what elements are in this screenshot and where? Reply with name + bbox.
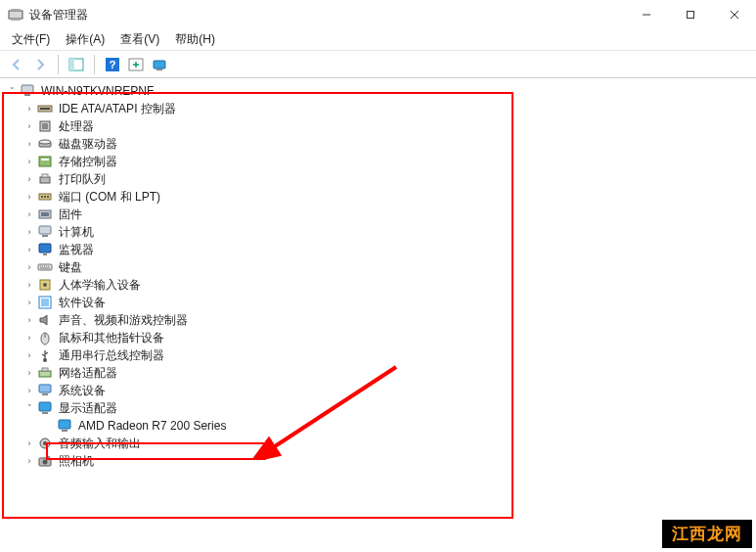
tree-category-printq[interactable]: ›打印队列 <box>6 170 756 188</box>
toolbar-separator <box>94 55 95 74</box>
cpu-icon <box>37 118 53 134</box>
minimize-button[interactable] <box>624 0 668 29</box>
maximize-button[interactable] <box>668 0 712 29</box>
menu-file[interactable]: 文件(F) <box>4 29 58 50</box>
toolbar-back-button[interactable] <box>6 54 27 75</box>
tree-category-storage[interactable]: ›存储控制器 <box>6 153 756 170</box>
svg-rect-1 <box>11 9 21 11</box>
tree-category-ports[interactable]: ›端口 (COM 和 LPT) <box>6 188 756 206</box>
tree-category-mouse[interactable]: ›鼠标和其他指针设备 <box>6 329 756 346</box>
toolbar-scan-button[interactable] <box>149 54 170 75</box>
tree-device-label: AMD Radeon R7 200 Series <box>76 418 228 434</box>
menu-help[interactable]: 帮助(H) <box>167 29 223 50</box>
firmware-icon <box>37 207 53 222</box>
chevron-right-icon[interactable]: › <box>23 173 35 185</box>
chevron-right-icon[interactable]: › <box>23 349 35 361</box>
svg-rect-5 <box>69 59 74 70</box>
tree-category-firmware[interactable]: ›固件 <box>6 206 756 223</box>
camera-icon <box>37 453 53 469</box>
tree-category-label: 磁盘驱动器 <box>57 136 119 152</box>
disk-icon <box>37 136 53 152</box>
tree-category-disk[interactable]: ›磁盘驱动器 <box>6 135 756 153</box>
chevron-right-icon[interactable]: › <box>23 156 35 167</box>
svg-rect-3 <box>687 12 693 19</box>
toolbar-action-button[interactable] <box>125 54 147 75</box>
ports-icon <box>37 189 53 205</box>
tree-category-hid[interactable]: ›人体学输入设备 <box>6 276 756 294</box>
menu-view[interactable]: 查看(V) <box>112 29 167 50</box>
chevron-right-icon[interactable]: › <box>23 120 35 132</box>
chevron-right-icon[interactable]: › <box>23 191 35 203</box>
tree-category-label: 音频输入和输出 <box>57 436 143 451</box>
chevron-right-icon[interactable]: › <box>23 332 35 344</box>
toolbar-help-button[interactable]: ? <box>102 54 123 75</box>
tree-category-ide[interactable]: ›IDE ATA/ATAPI 控制器 <box>6 100 756 117</box>
hid-icon <box>37 277 53 293</box>
watermark: 江西龙网 <box>662 520 752 548</box>
tree-category-label: 人体学输入设备 <box>57 277 143 293</box>
svg-rect-0 <box>9 11 22 19</box>
svg-rect-10 <box>156 69 162 70</box>
chevron-right-icon[interactable]: › <box>23 138 35 150</box>
software-icon <box>37 295 53 310</box>
tree-root[interactable]: ˅WIN-N9TKVNREPNF <box>6 82 756 100</box>
svg-rect-9 <box>154 61 165 69</box>
tree-category-computer[interactable]: ›计算机 <box>6 223 756 241</box>
app-icon <box>8 7 23 23</box>
chevron-right-icon[interactable]: › <box>23 244 35 255</box>
chevron-right-icon[interactable]: › <box>23 455 35 467</box>
printer-icon <box>37 171 53 187</box>
tree-device-item[interactable]: AMD Radeon R7 200 Series <box>6 417 756 435</box>
toolbar-forward-button[interactable] <box>29 54 51 75</box>
usb-icon <box>37 347 53 363</box>
sound-icon <box>37 312 53 328</box>
tree-category-cpu[interactable]: ›处理器 <box>6 117 756 135</box>
toolbar-separator <box>58 55 59 74</box>
chevron-right-icon[interactable]: › <box>23 103 35 115</box>
svg-rect-2 <box>11 19 21 21</box>
ide-icon <box>37 101 53 116</box>
chevron-right-icon[interactable]: › <box>23 279 35 291</box>
tree-category-system[interactable]: ›系统设备 <box>6 382 756 399</box>
toolbar-show-hide-button[interactable] <box>66 54 87 75</box>
tree-category-label: IDE ATA/ATAPI 控制器 <box>57 101 178 116</box>
window-controls <box>624 0 756 29</box>
menu-action[interactable]: 操作(A) <box>58 29 112 50</box>
titlebar: 设备管理器 <box>0 0 756 29</box>
tree-category-network[interactable]: ›网络适配器 <box>6 364 756 382</box>
chevron-right-icon[interactable]: › <box>23 385 35 396</box>
close-button[interactable] <box>712 0 756 29</box>
tree-category-keyboard[interactable]: ›键盘 <box>6 258 756 276</box>
svg-text:?: ? <box>110 59 116 70</box>
tree-category-display[interactable]: ˅显示适配器 <box>6 399 756 417</box>
tree-category-label: 软件设备 <box>57 295 108 310</box>
network-icon <box>37 365 53 381</box>
tree-category-label: 处理器 <box>57 118 96 134</box>
system-icon <box>37 383 53 398</box>
chevron-right-icon[interactable]: › <box>23 208 35 220</box>
mouse-icon <box>37 330 53 345</box>
tree-category-label: 网络适配器 <box>57 365 119 381</box>
tree-category-label: 固件 <box>57 207 84 222</box>
chevron-right-icon[interactable]: › <box>23 226 35 238</box>
tree-category-label: 声音、视频和游戏控制器 <box>57 312 190 328</box>
tree-category-usb[interactable]: ›通用串行总线控制器 <box>6 346 756 364</box>
tree-category-monitor[interactable]: ›监视器 <box>6 241 756 258</box>
tree-category-audioio[interactable]: ›音频输入和输出 <box>6 435 756 452</box>
device-tree[interactable]: ˅WIN-N9TKVNREPNF›IDE ATA/ATAPI 控制器›处理器›磁… <box>6 82 756 470</box>
chevron-down-icon[interactable]: ˅ <box>23 402 35 414</box>
chevron-right-icon[interactable]: › <box>23 261 35 273</box>
chevron-right-icon[interactable]: › <box>23 367 35 379</box>
chevron-right-icon[interactable]: › <box>23 437 35 449</box>
tree-category-swdev[interactable]: ›软件设备 <box>6 294 756 311</box>
tree-category-label: 计算机 <box>57 224 96 240</box>
tree-category-sound[interactable]: ›声音、视频和游戏控制器 <box>6 311 756 329</box>
chevron-right-icon[interactable]: › <box>23 314 35 326</box>
storage-icon <box>37 154 53 169</box>
tree-category-camera[interactable]: ›照相机 <box>6 452 756 470</box>
chevron-down-icon[interactable]: ˅ <box>6 85 18 97</box>
window-title: 设备管理器 <box>29 7 88 23</box>
toolbar: ? <box>0 51 756 78</box>
computer-icon <box>37 224 53 240</box>
chevron-right-icon[interactable]: › <box>23 297 35 308</box>
